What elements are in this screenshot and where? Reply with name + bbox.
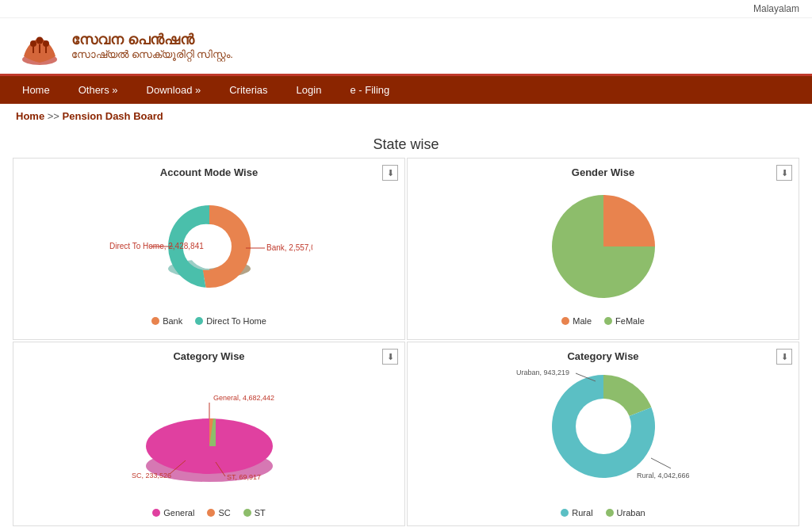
header: സേവന പെൻഷൻ സോഷ്യൽ സെക്യൂരിറ്റി സിസ്റ്റം.: [0, 18, 812, 74]
legend-male-label: Male: [573, 316, 592, 326]
legend-dth: Direct To Home: [195, 316, 266, 326]
category-right-chart: Uraban, 943,219 Rural, 4,042,666: [416, 367, 791, 502]
category-right-download[interactable]: ⬇: [776, 349, 792, 365]
category-right-legend: Rural Uraban: [416, 508, 791, 518]
logo-area: സേവന പെൻഷൻ സോഷ്യൽ സെക്യൂരിറ്റി സിസ്റ്റം.: [16, 26, 233, 66]
svg-point-3: [43, 40, 49, 47]
nav-efiling[interactable]: e - Filing: [335, 76, 404, 104]
category-left-svg: General, 4,682,442 SC, 233,526 ST, 69,91…: [90, 367, 328, 502]
breadcrumb-home[interactable]: Home: [16, 110, 44, 122]
category-right-svg: Uraban, 943,219 Rural, 4,042,666: [485, 367, 722, 502]
legend-dth-label: Direct To Home: [206, 316, 266, 326]
breadcrumb: Home >> Pension Dash Board: [0, 104, 812, 128]
legend-female-dot: [604, 317, 612, 325]
legend-rural-dot: [561, 509, 569, 517]
category-left-panel: Category Wise ⬇: [13, 342, 405, 526]
legend-urban-label: Uraban: [617, 508, 645, 518]
legend-st: ST: [243, 508, 266, 518]
legend-urban: Uraban: [606, 508, 645, 518]
account-mode-svg: Bank, 2,557,044 Direct To Home, 2,428,84…: [106, 183, 312, 310]
account-mode-download[interactable]: ⬇: [382, 165, 398, 181]
legend-male: Male: [561, 316, 592, 326]
legend-bank-dot: [151, 317, 159, 325]
legend-female: FeMale: [604, 316, 645, 326]
account-mode-panel: Account Mode Wise ⬇: [13, 158, 405, 340]
svg-point-16: [576, 399, 631, 454]
logo-text: സേവന പെൻഷൻ സോഷ്യൽ സെക്യൂരിറ്റി സിസ്റ്റം.: [71, 32, 233, 61]
gender-svg: [500, 183, 707, 310]
top-bar: Malayalam: [0, 0, 812, 18]
logo-title: സേവന പെൻഷൻ: [71, 32, 233, 48]
legend-sc: SC: [207, 508, 230, 518]
legend-st-dot: [243, 509, 251, 517]
legend-bank-label: Bank: [163, 316, 182, 326]
logo-subtitle: സോഷ്യൽ സെക്യൂരിറ്റി സിസ്റ്റം.: [71, 48, 233, 61]
breadcrumb-separator: >>: [48, 110, 59, 122]
legend-general-dot: [152, 509, 160, 517]
account-mode-chart: Bank, 2,557,044 Direct To Home, 2,428,84…: [21, 183, 396, 310]
svg-point-2: [36, 37, 44, 44]
category-left-chart: General, 4,682,442 SC, 233,526 ST, 69,91…: [21, 367, 396, 502]
st-label: ST, 69,917: [227, 473, 261, 481]
urban-label: Uraban, 943,219: [516, 369, 569, 376]
account-mode-title: Account Mode Wise: [21, 166, 396, 178]
gender-legend: Male FeMale: [416, 316, 791, 326]
gender-download[interactable]: ⬇: [776, 165, 792, 181]
legend-sc-label: SC: [218, 508, 230, 518]
nav-home[interactable]: Home: [8, 76, 64, 104]
sc-label: SC, 233,526: [132, 472, 171, 479]
breadcrumb-current[interactable]: Pension Dash Board: [63, 110, 163, 122]
nav-criterias[interactable]: Criterias: [215, 76, 282, 104]
logo-icon: [16, 26, 63, 66]
page-title: State wise: [0, 136, 812, 153]
legend-female-label: FeMale: [615, 316, 645, 326]
nav-bar: Home Others » Download » Criterias Login…: [0, 76, 812, 104]
dth-label: Direct To Home, 2,428,841: [109, 242, 204, 250]
category-left-title: Category Wise: [21, 350, 396, 362]
legend-rural-label: Rural: [572, 508, 592, 518]
legend-bank: Bank: [151, 316, 182, 326]
svg-point-1: [30, 40, 36, 47]
category-right-title: Category Wise: [416, 350, 791, 362]
legend-st-label: ST: [255, 508, 266, 518]
rural-label: Rural, 4,042,666: [637, 472, 690, 479]
account-mode-legend: Bank Direct To Home: [21, 316, 396, 326]
language-link[interactable]: Malayalam: [753, 3, 799, 14]
category-left-legend: General SC ST: [21, 508, 396, 518]
legend-male-dot: [561, 317, 569, 325]
general-label: General, 4,682,442: [213, 394, 274, 402]
gender-title: Gender Wise: [416, 166, 791, 178]
category-left-download[interactable]: ⬇: [382, 349, 398, 365]
chart-grid: Account Mode Wise ⬇: [13, 158, 799, 526]
legend-general-label: General: [163, 508, 194, 518]
legend-general: General: [152, 508, 194, 518]
rural-connector: [651, 458, 671, 468]
legend-sc-dot: [207, 509, 215, 517]
legend-rural: Rural: [561, 508, 592, 518]
bank-label: Bank, 2,557,044: [266, 243, 312, 252]
legend-dth-dot: [195, 317, 203, 325]
nav-login[interactable]: Login: [282, 76, 336, 104]
legend-urban-dot: [606, 509, 614, 517]
gender-chart: [416, 183, 791, 310]
nav-others[interactable]: Others »: [64, 76, 132, 104]
gender-panel: Gender Wise ⬇ Male: [407, 158, 799, 340]
category-right-panel: Category Wise ⬇: [407, 342, 799, 526]
nav-download[interactable]: Download »: [132, 76, 216, 104]
